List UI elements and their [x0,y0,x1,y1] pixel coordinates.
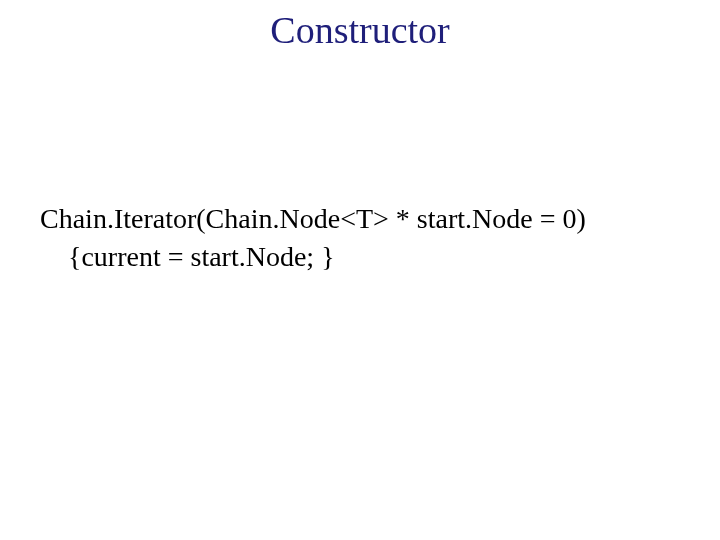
slide-title: Constructor [0,8,720,52]
code-line-1: Chain.Iterator(Chain.Node<T> * start.Nod… [40,200,680,238]
slide: Constructor Chain.Iterator(Chain.Node<T>… [0,0,720,540]
code-line-2: {current = start.Node; } [40,238,680,276]
slide-body: Chain.Iterator(Chain.Node<T> * start.Nod… [40,200,680,276]
